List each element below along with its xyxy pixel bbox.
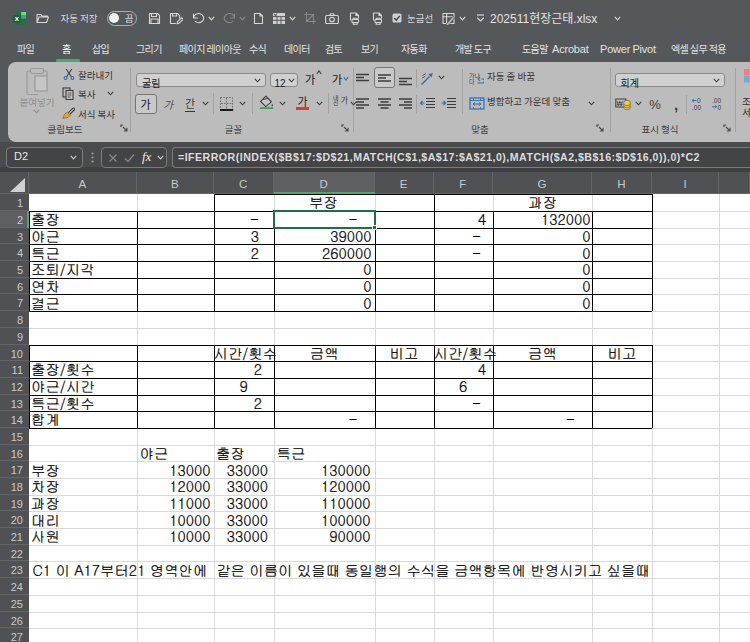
svg-text:.00: .00 <box>692 104 701 111</box>
svg-text:다: 다 <box>469 77 475 86</box>
svg-text:₩: ₩ <box>617 99 624 106</box>
svg-text:0: 0 <box>718 104 722 111</box>
